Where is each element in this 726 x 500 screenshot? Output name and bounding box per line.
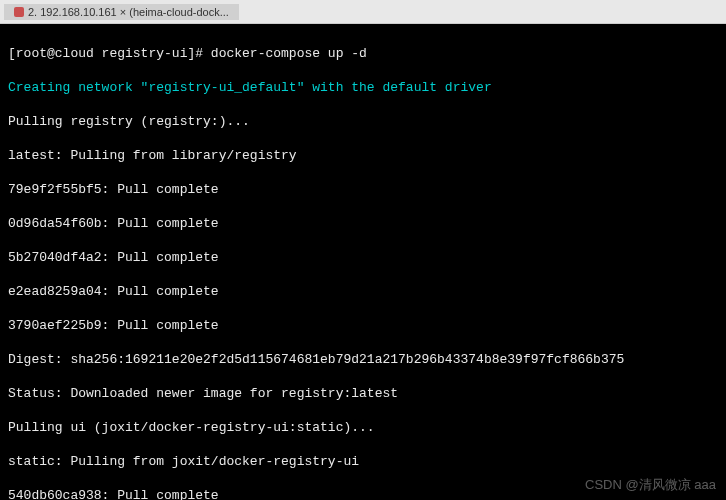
browser-tab[interactable]: 2. 192.168.10.161 × (heima-cloud-dock... (4, 4, 239, 20)
server-icon (14, 7, 24, 17)
terminal-line: 5b27040df4a2: Pull complete (8, 249, 718, 266)
terminal-output[interactable]: [root@cloud registry-ui]# docker-compose… (0, 24, 726, 500)
browser-tab-bar: 2. 192.168.10.161 × (heima-cloud-dock... (0, 0, 726, 24)
terminal-line: Creating network "registry-ui_default" w… (8, 79, 718, 96)
terminal-line: [root@cloud registry-ui]# docker-compose… (8, 45, 718, 62)
terminal-line: static: Pulling from joxit/docker-regist… (8, 453, 718, 470)
terminal-line: Digest: sha256:169211e20e2f2d5d115674681… (8, 351, 718, 368)
terminal-line: Pulling ui (joxit/docker-registry-ui:sta… (8, 419, 718, 436)
terminal-line: latest: Pulling from library/registry (8, 147, 718, 164)
terminal-line: 79e9f2f55bf5: Pull complete (8, 181, 718, 198)
terminal-line: 3790aef225b9: Pull complete (8, 317, 718, 334)
command: docker-compose up -d (211, 46, 367, 61)
terminal-line: Status: Downloaded newer image for regis… (8, 385, 718, 402)
prompt: [root@cloud registry-ui]# (8, 46, 211, 61)
watermark-text: CSDN @清风微凉 aaa (585, 476, 716, 494)
terminal-line: e2ead8259a04: Pull complete (8, 283, 718, 300)
terminal-line: 0d96da54f60b: Pull complete (8, 215, 718, 232)
terminal-line: Pulling registry (registry:)... (8, 113, 718, 130)
tab-label: 2. 192.168.10.161 × (heima-cloud-dock... (28, 6, 229, 18)
